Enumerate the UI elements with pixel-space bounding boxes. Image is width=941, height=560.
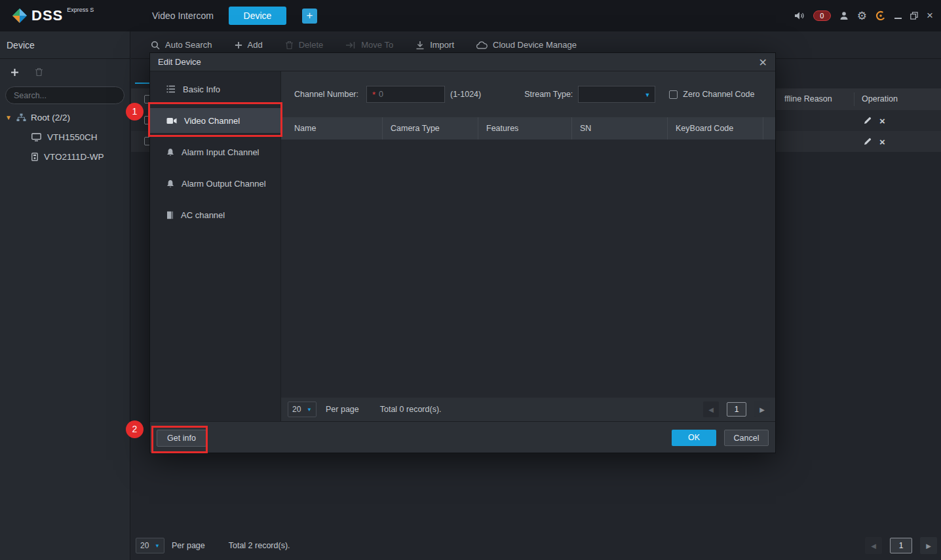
pagination: ◀ 1 ▶	[703, 401, 770, 417]
delete-device-icon[interactable]: ×	[879, 137, 885, 147]
annotation-step-2-badge: 2	[126, 420, 144, 438]
alarm-sound-icon[interactable]	[794, 9, 805, 22]
tab-video-intercom[interactable]: Video Intercom	[152, 0, 214, 31]
modal-content: Channel Number: * 0 (1-1024) Stream Type…	[281, 71, 775, 421]
column-sn: SN	[572, 117, 668, 140]
chevron-down-icon: ▼	[155, 543, 160, 549]
trash-icon	[285, 41, 294, 50]
delete-device-button[interactable]: Delete	[285, 40, 324, 50]
edit-device-icon[interactable]	[864, 117, 872, 124]
settings-gear-icon[interactable]: ⚙	[857, 9, 867, 22]
cloud-icon	[476, 41, 488, 49]
per-page-value: 20	[140, 541, 149, 550]
tree-item-vto[interactable]: VTO2111D-WP	[0, 147, 130, 166]
door-icon	[166, 211, 174, 219]
delete-device-icon[interactable]: ×	[879, 116, 885, 126]
add-tab-button[interactable]: +	[302, 9, 317, 24]
modal-titlebar: Edit Device ✕	[150, 53, 775, 71]
dss-express-window: DSS Express S Video Intercom Device + 0 …	[0, 0, 941, 560]
ok-button[interactable]: OK	[672, 430, 716, 446]
channel-number-input[interactable]: * 0	[366, 86, 445, 103]
edit-device-icon[interactable]	[864, 138, 872, 145]
auto-search-label: Auto Search	[165, 40, 212, 50]
auto-search-button[interactable]: Auto Search	[151, 40, 212, 50]
prev-page-button[interactable]: ◀	[703, 401, 719, 417]
import-icon	[415, 41, 425, 50]
sidebar-title: Device	[0, 31, 130, 59]
nav-item-label: Video Channel	[184, 116, 240, 126]
column-keyboard-code: KeyBoard Code	[668, 117, 763, 140]
column-name: Name	[281, 117, 383, 140]
channel-form-row: Channel Number: * 0 (1-1024) Stream Type…	[281, 71, 775, 117]
app-logo: DSS Express S	[12, 0, 94, 31]
channel-range-hint: (1-1024)	[450, 90, 481, 99]
current-page[interactable]: 1	[890, 538, 912, 553]
tree-root-label: Root (2/2)	[31, 113, 70, 122]
nav-item-ac-channel[interactable]: AC channel	[150, 202, 280, 227]
chevron-down-icon: ▼	[644, 92, 650, 98]
add-device-button[interactable]: Add	[235, 40, 263, 50]
nav-item-alarm-input-channel[interactable]: Alarm Input Channel	[150, 140, 280, 164]
delete-group-icon[interactable]	[35, 67, 43, 77]
minimize-icon[interactable]	[894, 9, 902, 22]
tab-device[interactable]: Device	[229, 7, 286, 25]
collapse-arrow-icon[interactable]: ▼	[5, 114, 12, 121]
active-subtab-underline	[135, 83, 150, 84]
per-page-select[interactable]: 20 ▼	[288, 401, 317, 417]
move-to-button[interactable]: Move To	[345, 40, 393, 50]
column-extra	[763, 117, 775, 140]
tree-root[interactable]: ▼ Root (2/2)	[0, 108, 130, 127]
root-group-icon	[16, 113, 26, 122]
modal-title: Edit Device	[158, 57, 201, 67]
restore-icon[interactable]	[910, 9, 918, 22]
row-operations: ×	[864, 110, 885, 131]
sidebar-search[interactable]	[5, 86, 125, 104]
next-page-button[interactable]: ▶	[754, 401, 770, 417]
bell-icon	[166, 148, 174, 157]
prev-page-button[interactable]: ◀	[865, 537, 882, 554]
nav-item-alarm-output-channel[interactable]: Alarm Output Channel	[150, 171, 280, 196]
zero-channel-checkbox[interactable]	[669, 90, 678, 99]
row-operations: ×	[864, 131, 885, 152]
alarm-count-badge[interactable]: 0	[813, 10, 831, 21]
modal-close-icon[interactable]: ✕	[759, 53, 767, 71]
next-page-button[interactable]: ▶	[920, 537, 937, 554]
titlebar: DSS Express S Video Intercom Device + 0 …	[0, 0, 941, 31]
nav-item-video-channel[interactable]: Video Channel	[150, 108, 280, 133]
nav-item-label: Alarm Input Channel	[182, 147, 259, 157]
user-icon[interactable]	[839, 9, 849, 22]
cloud-device-manage-button[interactable]: Cloud Device Manage	[476, 40, 577, 50]
search-icon	[151, 41, 160, 50]
video-channel-table-body	[281, 140, 775, 398]
search-input[interactable]	[12, 90, 121, 101]
add-group-icon[interactable]	[10, 68, 19, 77]
stream-type-select[interactable]: ▼	[578, 86, 655, 103]
nav-item-label: Basic Info	[183, 84, 220, 94]
cancel-button[interactable]: Cancel	[724, 430, 769, 446]
edit-device-modal: Edit Device ✕ Basic Info Video Channel A…	[149, 52, 776, 453]
total-records: Total 2 record(s).	[229, 541, 290, 550]
nav-item-basic-info[interactable]: Basic Info	[150, 77, 280, 102]
column-divider	[854, 92, 855, 106]
wizard-icon[interactable]	[875, 9, 886, 22]
device-list-footer: 20 ▼ Per page Total 2 record(s). ◀ 1 ▶	[131, 531, 941, 560]
column-features: Features	[478, 117, 572, 140]
camera-icon	[166, 117, 177, 124]
nav-item-label: AC channel	[181, 210, 225, 220]
required-mark: *	[372, 90, 375, 100]
total-records: Total 0 record(s).	[380, 405, 442, 414]
cloud-device-manage-label: Cloud Device Manage	[493, 40, 577, 50]
column-camera-type: Camera Type	[383, 117, 478, 140]
delete-label: Delete	[299, 40, 324, 50]
get-info-button[interactable]: Get info	[157, 430, 206, 447]
tree-item-vth[interactable]: VTH1550CH	[0, 127, 130, 147]
current-page[interactable]: 1	[727, 402, 746, 417]
video-channel-table-footer: 20 ▼ Per page Total 0 record(s). ◀ 1 ▶	[281, 398, 775, 421]
zero-channel-label: Zero Channel Code	[683, 90, 754, 99]
bell-icon	[166, 179, 174, 188]
import-button[interactable]: Import	[415, 40, 454, 50]
per-page-select[interactable]: 20 ▼	[136, 538, 164, 553]
column-offline-reason: ffline Reason	[784, 88, 832, 110]
move-to-label: Move To	[361, 40, 393, 50]
close-icon[interactable]: ×	[927, 9, 933, 22]
